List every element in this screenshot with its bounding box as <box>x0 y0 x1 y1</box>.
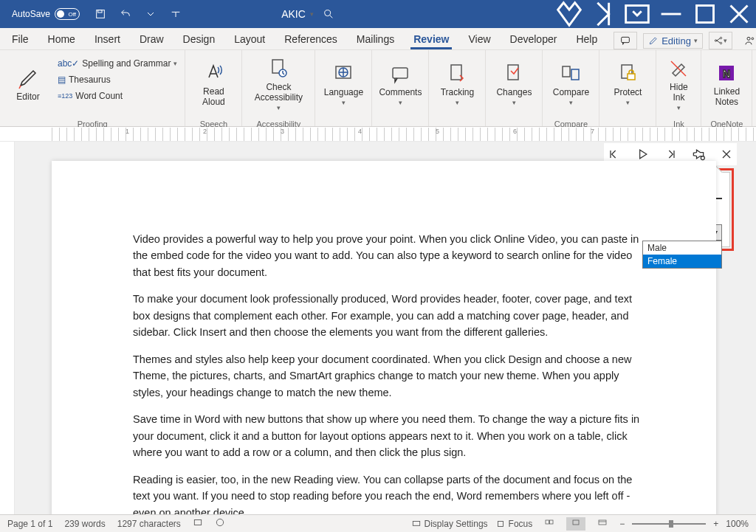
accessibility-icon <box>267 57 290 80</box>
language-icon <box>331 62 355 86</box>
focus-button[interactable]: Focus <box>495 519 533 529</box>
qat-customize-icon[interactable] <box>165 4 186 24</box>
svg-rect-16 <box>451 65 461 80</box>
svg-text:N: N <box>723 68 730 80</box>
print-layout-icon[interactable] <box>566 517 585 531</box>
autosave-label: AutoSave <box>12 9 50 19</box>
save-icon[interactable] <box>90 4 111 24</box>
linked-notes-button[interactable]: N Linked Notes <box>706 53 747 115</box>
tab-developer[interactable]: Developer <box>507 30 560 49</box>
tab-view[interactable]: View <box>465 30 493 49</box>
undo-dropdown-icon[interactable] <box>140 4 161 24</box>
language-button[interactable]: Language▾ <box>320 53 367 115</box>
ink-icon <box>667 57 690 80</box>
zoom-out-button[interactable]: − <box>619 519 625 529</box>
tab-mailings[interactable]: Mailings <box>354 30 397 49</box>
count-icon: ≡123 <box>58 92 72 100</box>
ribbon: Editor abc✓Spelling and Grammar▾ ▤Thesau… <box>0 50 756 127</box>
changes-icon <box>502 62 526 86</box>
premium-icon[interactable] <box>552 0 586 28</box>
coming-soon-icon[interactable] <box>586 0 620 28</box>
editor-icon <box>16 66 40 90</box>
zoom-in-button[interactable]: + <box>713 519 718 529</box>
tracking-button[interactable]: Tracking▾ <box>433 53 481 115</box>
chevron-down-icon[interactable]: ▾ <box>310 10 314 18</box>
document-area: Reading speed Voice Selection Female ▾ M… <box>0 142 756 514</box>
web-layout-icon[interactable] <box>593 517 612 531</box>
chevron-down-icon: ▾ <box>694 37 698 44</box>
tab-insert[interactable]: Insert <box>92 30 123 49</box>
tab-file[interactable]: File <box>9 30 32 49</box>
ribbon-options-icon[interactable] <box>620 0 654 28</box>
svg-rect-25 <box>194 520 201 525</box>
editing-mode-button[interactable]: Editing ▾ <box>643 33 703 49</box>
collab-button[interactable] <box>738 32 756 49</box>
svg-rect-4 <box>697 6 714 23</box>
vertical-ruler[interactable] <box>0 142 15 514</box>
comments-icon <box>388 62 412 86</box>
hide-ink-button[interactable]: Hide Ink▾ <box>661 53 696 115</box>
search-icon[interactable] <box>318 4 339 24</box>
close-read-aloud-button[interactable] <box>719 147 734 162</box>
spell-check-icon[interactable] <box>193 517 203 530</box>
document-title[interactable]: AKIC <box>281 8 306 20</box>
autosave-state: Off <box>69 11 77 18</box>
minimize-button[interactable] <box>654 0 688 28</box>
voice-option-female[interactable]: Female <box>643 255 721 268</box>
horizontal-ruler[interactable]: 1 2 3 4 5 6 7 <box>0 127 756 142</box>
share-button[interactable]: ▾ <box>709 32 732 49</box>
paragraph: Video provides a powerful way to help yo… <box>133 231 645 280</box>
spelling-grammar-button[interactable]: abc✓Spelling and Grammar▾ <box>55 56 180 71</box>
char-count[interactable]: 1297 characters <box>117 519 181 529</box>
onenote-icon: N <box>715 61 738 85</box>
page-indicator[interactable]: Page 1 of 1 <box>7 519 52 529</box>
compare-button[interactable]: Compare▾ <box>547 53 594 115</box>
tab-references[interactable]: References <box>281 30 340 49</box>
accessibility-status-icon[interactable] <box>215 517 225 530</box>
word-count-button[interactable]: ≡123Word Count <box>55 89 180 103</box>
read-mode-icon[interactable] <box>540 517 559 531</box>
tab-layout[interactable]: Layout <box>231 30 268 49</box>
maximize-button[interactable] <box>688 0 722 28</box>
autosave-toggle[interactable]: AutoSave Off <box>6 8 86 20</box>
paragraph: Themes and styles also help keep your do… <box>133 351 645 401</box>
svg-rect-29 <box>546 520 549 524</box>
svg-rect-27 <box>413 521 419 525</box>
book-icon: ▤ <box>58 75 66 85</box>
check-accessibility-button[interactable]: Check Accessibility▾ <box>247 53 310 115</box>
tab-review[interactable]: Review <box>410 30 452 49</box>
previous-button[interactable] <box>607 147 622 162</box>
protect-button[interactable]: Protect▾ <box>604 53 651 115</box>
settings-button[interactable] <box>691 147 706 162</box>
svg-point-6 <box>715 40 717 41</box>
zoom-slider[interactable] <box>632 523 706 525</box>
comments-button[interactable]: Comments▾ <box>377 53 424 115</box>
tab-design[interactable]: Design <box>180 30 219 49</box>
tab-home[interactable]: Home <box>45 30 78 49</box>
comments-pane-button[interactable] <box>614 32 637 49</box>
svg-point-10 <box>752 38 754 40</box>
paragraph: To make your document look professionall… <box>133 291 645 340</box>
svg-point-24 <box>701 156 704 160</box>
svg-rect-32 <box>599 520 606 525</box>
svg-rect-28 <box>498 521 503 526</box>
document-page[interactable]: Video provides a powerful way to help yo… <box>52 161 716 514</box>
voice-option-male[interactable]: Male <box>643 241 721 255</box>
editor-button[interactable]: Editor <box>4 53 52 115</box>
read-aloud-button[interactable]: Read Aloud <box>190 53 237 115</box>
thesaurus-button[interactable]: ▤Thesaurus <box>55 72 180 87</box>
display-settings-button[interactable]: Display Settings <box>411 519 488 529</box>
ribbon-tabs: File Home Insert Draw Design Layout Refe… <box>0 28 756 50</box>
play-button[interactable] <box>635 147 650 162</box>
svg-rect-5 <box>622 37 630 42</box>
close-button[interactable] <box>722 0 756 28</box>
next-button[interactable] <box>663 147 678 162</box>
word-count[interactable]: 239 words <box>64 519 105 529</box>
tab-draw[interactable]: Draw <box>137 30 167 49</box>
changes-button[interactable]: Changes▾ <box>490 53 537 115</box>
zoom-level[interactable]: 100% <box>726 519 749 529</box>
svg-point-2 <box>325 10 331 16</box>
tracking-icon <box>445 62 469 86</box>
tab-help[interactable]: Help <box>573 30 600 49</box>
undo-icon[interactable] <box>115 4 136 24</box>
